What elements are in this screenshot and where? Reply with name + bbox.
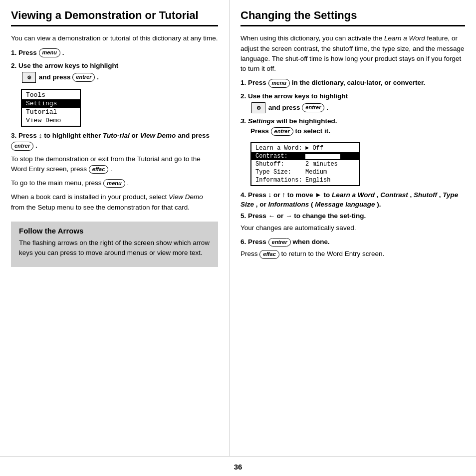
menu-item-settings: Settings [22,99,80,108]
menu-item-viewdemo: View Demo [22,116,80,125]
step3-tutorial: Tuto-rial [103,132,130,139]
step3-text-d: or [132,132,140,139]
right-divider [240,25,465,26]
step2-entrer-key: entrer [72,73,95,81]
left-intro: You can view a demonstration or tutorial… [11,33,218,43]
settings-value-shutoff: 2 minutes [305,161,355,168]
settings-screen-container: Learn a Word: ► Off Contrast: Shutoff: 2… [250,139,465,190]
menu-text2: . [127,179,129,187]
page: Viewing a Demonstration or Tutorial You … [0,0,476,476]
settings-value-contrast [305,153,355,160]
step1-text-before: Press [18,49,39,56]
bookcard-text1: When a book card is installed in your pr… [11,193,169,201]
rstep3-line1: 3. Settings will be highlighted. [240,116,465,126]
step3-viewdemo: View Demo [140,132,176,139]
step2-icon-line: ⚙ and press entrer . [21,72,218,83]
note-title: Follow the Arrows [19,227,210,235]
stop-effac-key: effac [89,165,108,174]
rstep5-note: Your changes are automatically saved. [240,223,465,233]
rstep6-entrer-key: entrer [268,238,291,246]
rstep3-highlighted: will be highlighted. [276,117,337,125]
left-step-3: 3. Press ↕ to highlight either Tuto-rial… [11,131,218,151]
right-step-6: 6. Press entrer when done. Press effac t… [240,237,465,259]
step1-text-after: . [62,49,64,56]
rstep4-informations: Informations [268,201,309,208]
note-text: The flashing arrows on the right of the … [19,238,210,258]
settings-label-typesize: Type Size: [255,169,305,176]
bookcard-text2: from the Setup menu to see the demonstra… [11,204,190,211]
rstep2-text2: and press [268,103,302,111]
right-step-3: 3. Settings will be highlighted. Press e… [240,116,465,137]
right-intro-italic: Learn a Word [384,34,425,42]
settings-label-contrast: Contrast: [255,153,305,160]
rstep4-paren: ( [311,201,313,208]
rstep6-note2: to return to the Word Entry screen. [281,250,385,257]
step3-text-g: . [35,142,37,149]
rstep6-effac-key: effac [259,250,279,258]
rstep6-press: 6. Press [240,238,268,245]
rstep1-menu-key: menu [268,79,290,87]
settings-row-shutoff: Shutoff: 2 minutes [251,160,359,168]
step1-menu-key: menu [39,48,60,57]
bookcard-text: When a book card is installed in your pr… [11,192,218,213]
stop-text2: . [110,165,112,173]
settings-row-info: Informations: English [251,176,359,184]
rstep2-icon-line: ⚙ and press entrer . [250,102,465,113]
rstep4-shutoff: Shutoff [414,191,437,199]
settings-label-info: Informations: [255,177,305,184]
left-step-2: 2. Use the arrow keys to highlight ⚙ and… [11,61,218,83]
step2-text3: . [97,73,99,81]
settings-row-typesize: Type Size: Medium [251,168,359,176]
step3-text-b: to highlight either [44,132,103,139]
rstep4-comma2: , [410,191,414,199]
rstep4-label: 4. Press ↓ or ↑ to move ► to [240,191,332,199]
settings-value-info: English [305,177,355,184]
rstep2-entrer-key: entrer [302,103,324,112]
rstep1-text: in the dictionary, calcu-lator, or conve… [292,79,426,86]
settings-label-shutoff: Shutoff: [255,161,305,168]
right-step-1: 1. Press menu in the dictionary, calcu-l… [240,78,465,88]
rstep3-settings: 3. Settings [240,117,274,125]
page-number: 36 [0,456,476,476]
rstep5-label: 5. Press ← or → to change the set-ting. [240,212,366,220]
rstep1-label: 1. Press [240,79,268,86]
menu-text: To go to the main menu, press menu . [11,178,218,188]
menu-item-tools: Tools [22,91,80,99]
settings-value-typesize: Medium [305,169,355,176]
rstep6-line1: 6. Press entrer when done. [240,237,465,247]
settings-screen: Learn a Word: ► Off Contrast: Shutoff: 2… [250,142,360,186]
menu-screen: Tools Settings Tutorial View Demo [21,89,81,127]
step1-num: 1. [11,49,16,56]
right-step-2: 2. Use the arrow keys to highlight ⚙ and… [240,91,465,113]
rstep6-note1: Press [240,250,259,257]
rstep3-press: Press [250,127,271,135]
step3-arrow-icon: ↕ [39,132,42,140]
menu-item-tutorial: Tutorial [22,108,80,116]
left-title: Viewing a Demonstration or Tutorial [11,9,218,22]
right-intro: When using this dictionary, you can acti… [240,33,465,74]
right-column: Changing the Settings When using this di… [230,0,476,456]
settings-row-contrast: Contrast: [251,152,359,160]
step3-text-f: and press [178,132,210,139]
step3-entrer-key: entrer [11,142,33,150]
left-column: Viewing a Demonstration or Tutorial You … [0,0,230,456]
right-step-5: 5. Press ← or → to change the set-ting. … [240,211,465,234]
left-step-1: 1. Press menu . [11,48,218,58]
note-box: Follow the Arrows The flashing arrows on… [11,222,218,267]
rstep6-done: when done. [293,238,330,245]
rstep4-or: , or [256,201,268,208]
rstep2-label: 2. Use the arrow keys to highlight [240,92,348,100]
menu-text1: To go to the main menu, press [11,179,103,187]
stop-text: To stop the demonstration or exit from t… [11,154,218,175]
right-title: Changing the Settings [240,9,465,22]
step2-text: Use the arrow keys to highlight [18,62,118,69]
step2-label: 2. Use the arrow keys to highlight [11,62,118,69]
settings-value-learn: ► Off [305,145,355,152]
step3-label: 3. Press [11,132,39,139]
right-step-4: 4. Press ↓ or ↑ to move ► to Learn a Wor… [240,190,465,208]
rstep2-text3: . [326,103,328,111]
rstep3-line2: Press entrer to select it. [250,126,465,136]
rstep3-select: to select it. [295,127,331,135]
menu-menu-key: menu [103,179,125,188]
step2-text2: and press [39,73,73,81]
